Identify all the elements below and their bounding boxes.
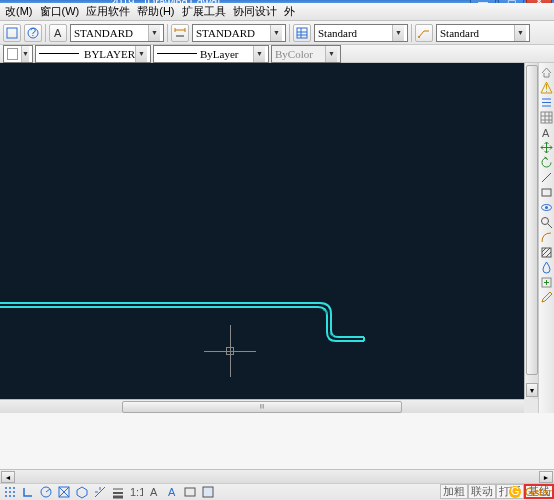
snap-grid-icon[interactable]: [2, 484, 17, 499]
tool-search-icon[interactable]: [540, 215, 554, 229]
chevron-down-icon: ▼: [270, 25, 282, 41]
horizontal-scrollbar[interactable]: [0, 399, 524, 413]
command-scrollbar[interactable]: ◄ ►: [0, 470, 554, 484]
lineweight-combo[interactable]: BYLAYER▼: [35, 45, 151, 63]
horizontal-scroll-thumb[interactable]: [122, 401, 402, 413]
tool-list-icon[interactable]: [540, 95, 554, 109]
tool-add-icon[interactable]: [540, 275, 554, 289]
text-style-combo[interactable]: STANDARD▼: [70, 24, 164, 42]
osnap3d-icon[interactable]: [74, 484, 89, 499]
tool-hatch-icon[interactable]: [540, 245, 554, 259]
svg-point-12: [542, 217, 549, 224]
plotstyle-value: ByColor: [275, 48, 325, 60]
svg-rect-4: [297, 28, 307, 38]
svg-point-5: [418, 36, 420, 38]
vertical-scrollbar[interactable]: ▼: [524, 63, 538, 399]
ortho-icon[interactable]: [20, 484, 35, 499]
text-style-icon[interactable]: A: [49, 24, 67, 42]
drawing-canvas[interactable]: [0, 63, 524, 399]
status-bold[interactable]: 加粗: [440, 484, 468, 499]
scroll-down-button[interactable]: ▼: [526, 383, 538, 397]
scroll-right-button[interactable]: ►: [539, 471, 553, 483]
linetype-combo[interactable]: ByLayer▼: [153, 45, 269, 63]
dim-style-icon[interactable]: [171, 24, 189, 42]
tool-arc-icon[interactable]: [540, 230, 554, 244]
table-style-combo[interactable]: Standard▼: [314, 24, 408, 42]
svg-point-18: [5, 491, 7, 493]
svg-point-20: [13, 491, 15, 493]
lwt-icon[interactable]: [110, 484, 125, 499]
mleader-style-icon[interactable]: [415, 24, 433, 42]
vertical-scroll-thumb[interactable]: [526, 65, 538, 375]
tool-rect-icon[interactable]: [540, 185, 554, 199]
table-style-value: Standard: [318, 27, 392, 39]
tool-move-icon[interactable]: [540, 140, 554, 154]
menu-help[interactable]: 帮助(H): [134, 4, 178, 19]
text-a2-icon[interactable]: A: [164, 484, 179, 499]
menu-modify[interactable]: 改(M): [2, 4, 37, 19]
chevron-down-icon: ▼: [253, 46, 265, 62]
toolbar-icon-1[interactable]: [3, 24, 21, 42]
color-swatch: [7, 48, 18, 60]
mleader-style-value: Standard: [440, 27, 514, 39]
svg-text:?: ?: [30, 27, 36, 38]
plotstyle-combo[interactable]: ByColor▼: [271, 45, 341, 63]
dim-style-value: STANDARD: [196, 27, 270, 39]
tablet-icon[interactable]: [182, 484, 197, 499]
chevron-down-icon: ▼: [514, 25, 526, 41]
status-link[interactable]: 联动: [468, 484, 496, 499]
linetype-preview: [157, 53, 197, 54]
menu-collab[interactable]: 协同设计: [230, 4, 281, 19]
scale-11-icon[interactable]: 1:1: [128, 484, 143, 499]
tool-warning-icon[interactable]: !: [540, 80, 554, 94]
tool-pencil-icon[interactable]: [540, 290, 554, 304]
linetype-value: ByLayer: [200, 48, 253, 60]
menu-ext-tools[interactable]: 扩展工具: [179, 4, 230, 19]
svg-point-17: [13, 487, 15, 489]
otrack-icon[interactable]: [92, 484, 107, 499]
lineweight-preview: [39, 53, 79, 54]
lineweight-value: BYLAYER: [82, 48, 135, 60]
svg-point-11: [545, 206, 548, 209]
text-a-icon[interactable]: A: [146, 484, 161, 499]
tool-line-icon[interactable]: [540, 170, 554, 184]
status-bar: ◄ ► 1:1 A A 加粗 联动 打断 基线 G Gstar: [0, 469, 554, 500]
command-area[interactable]: [0, 413, 554, 469]
svg-point-16: [9, 487, 11, 489]
tool-home-icon[interactable]: [540, 65, 554, 79]
model-icon[interactable]: [200, 484, 215, 499]
svg-rect-30: [203, 487, 213, 497]
table-style-icon[interactable]: [293, 24, 311, 42]
text-style-value: STANDARD: [74, 27, 148, 39]
svg-text:!: !: [545, 82, 548, 94]
menu-extra[interactable]: 外: [281, 4, 299, 19]
properties-toolbar: ▼ BYLAYER▼ ByLayer▼ ByColor▼: [0, 45, 554, 63]
tool-drop-icon[interactable]: [540, 260, 554, 274]
svg-point-21: [5, 495, 7, 497]
svg-text:A: A: [542, 127, 550, 139]
svg-text:A: A: [168, 486, 176, 498]
mleader-style-combo[interactable]: Standard▼: [436, 24, 530, 42]
tool-eye-icon[interactable]: [540, 200, 554, 214]
tool-text-icon[interactable]: A: [540, 125, 554, 139]
svg-text:A: A: [150, 486, 158, 498]
menu-apps[interactable]: 应用软件: [83, 4, 134, 19]
status-bar-icons: 1:1 A A: [0, 484, 215, 499]
tool-rotate-icon[interactable]: [540, 155, 554, 169]
menu-window[interactable]: 窗口(W): [37, 4, 84, 19]
svg-text:A: A: [54, 27, 62, 39]
tool-grid-icon[interactable]: [540, 110, 554, 124]
scroll-left-button[interactable]: ◄: [1, 471, 15, 483]
svg-point-19: [9, 491, 11, 493]
svg-point-15: [5, 487, 7, 489]
osnap-icon[interactable]: [56, 484, 71, 499]
chevron-down-icon: ▼: [148, 25, 160, 41]
menu-bar: 改(M) 窗口(W) 应用软件 帮助(H) 扩展工具 协同设计 外: [0, 3, 554, 21]
polar-icon[interactable]: [38, 484, 53, 499]
color-combo[interactable]: ▼: [3, 45, 33, 63]
chevron-down-icon: ▼: [21, 46, 29, 62]
drawing-content: [0, 63, 524, 399]
help-icon[interactable]: ?: [24, 24, 42, 42]
dim-style-combo[interactable]: STANDARD▼: [192, 24, 286, 42]
drawing-area-wrap: [0, 63, 524, 413]
